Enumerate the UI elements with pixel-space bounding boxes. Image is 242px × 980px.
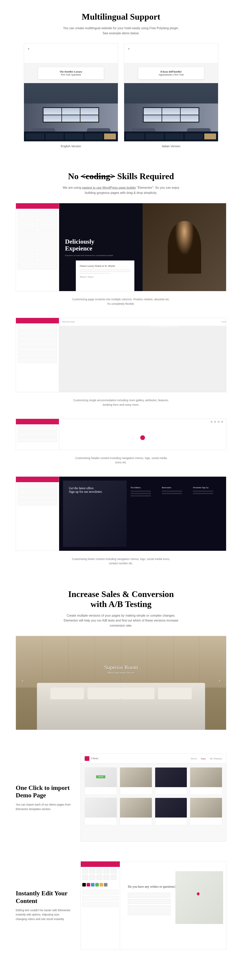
setting-item bbox=[18, 437, 57, 442]
white-card: Finest Luxury Hotels in St. Moritz Manue… bbox=[76, 261, 135, 291]
setting-item bbox=[18, 347, 57, 352]
pillow-icon bbox=[121, 687, 155, 699]
booking-field bbox=[146, 134, 164, 139]
hero-line2: Expeience bbox=[65, 245, 137, 252]
booking-field bbox=[165, 134, 183, 139]
booking-field bbox=[65, 134, 83, 139]
setting-item bbox=[18, 358, 57, 363]
boutique-nav: LUXURY ROOMS DINING SWIMMING CONTACT US bbox=[221, 321, 226, 323]
italian-caption: Italian Version bbox=[124, 145, 218, 148]
text-tools bbox=[81, 867, 120, 881]
social-icon bbox=[214, 421, 216, 423]
block2-caption: Customizing single accommodation includi… bbox=[72, 398, 170, 407]
title-no: No bbox=[68, 172, 81, 181]
multilingual-section: Multilingual Support You can create mult… bbox=[16, 12, 226, 148]
multilingual-title: Multilingual Support bbox=[16, 12, 226, 22]
demo-logo: ◆ bbox=[128, 48, 214, 50]
footer-heading2: Sign up for our newsletter. bbox=[69, 490, 121, 493]
editor-canvas: Do you have any wishes or questions? bbox=[120, 861, 226, 949]
english-caption: English Version bbox=[24, 145, 118, 148]
color-swatch bbox=[95, 883, 99, 886]
widget-item bbox=[38, 251, 57, 259]
demo-title-line1: The Hoteller Luxury bbox=[43, 70, 99, 73]
template-card: INSERT bbox=[85, 767, 117, 795]
hero-line1: Deliciously bbox=[65, 238, 137, 245]
booking-field bbox=[185, 134, 203, 139]
insert-button: INSERT bbox=[96, 775, 106, 778]
elementor-panel bbox=[16, 424, 59, 445]
elementor-sidebar bbox=[16, 318, 59, 392]
elementor-widgets-panel bbox=[16, 209, 59, 272]
setting-item bbox=[82, 889, 118, 894]
tool-button bbox=[82, 869, 88, 873]
instantedit-image: Do you have any wishes or questions? bbox=[80, 861, 226, 950]
boutique-brand: THE BOUTIQUE bbox=[62, 321, 75, 323]
template-card bbox=[155, 767, 187, 795]
setting-item bbox=[18, 325, 57, 330]
pillow-icon bbox=[87, 687, 121, 699]
booking-field bbox=[26, 134, 44, 139]
widget-item bbox=[18, 261, 37, 269]
nocoding-title: No <coding> Skills Required bbox=[16, 171, 226, 181]
block3-caption: Customising header content including nav… bbox=[72, 456, 170, 465]
widget-item bbox=[38, 261, 57, 269]
social-icon bbox=[221, 421, 223, 423]
social-icon bbox=[218, 421, 220, 423]
footer-preview: Get the latest offers Sign up for our ne… bbox=[63, 480, 222, 547]
widget-item bbox=[18, 231, 37, 240]
instantedit-title: Instantly Edit Your Content bbox=[16, 889, 71, 905]
abtest-title-line2: with A/B Testing bbox=[91, 599, 152, 609]
ab-overlay: Superior Room More than meets the eye bbox=[104, 664, 138, 675]
setting-item bbox=[18, 490, 57, 494]
template-card bbox=[85, 798, 117, 825]
block1-caption: Customizing page contents into multiple … bbox=[72, 297, 170, 306]
english-demo-image: ◆ The Hoteller Luxury New York Apartment bbox=[24, 43, 118, 142]
instantedit-text: Instantly Edit Your Content Editing text… bbox=[16, 889, 71, 921]
preview-area: Deliciously Expeience Experience our fin… bbox=[59, 203, 226, 291]
tool-button bbox=[104, 875, 109, 880]
demo-title-line2: Appartamento a New York bbox=[143, 73, 199, 76]
tool-button bbox=[90, 869, 95, 873]
title-coding-strike: <coding> bbox=[81, 172, 115, 181]
widget-item bbox=[18, 251, 37, 259]
widget-item bbox=[18, 221, 37, 229]
elementor-sidebar bbox=[16, 477, 59, 551]
elementor-logo-icon bbox=[85, 756, 90, 761]
color-swatch bbox=[91, 883, 95, 886]
setting-item bbox=[18, 432, 57, 436]
social-icon bbox=[211, 421, 213, 423]
nocoding-section: No <coding> Skills Required We are using… bbox=[16, 171, 226, 565]
multilingual-demos: ◆ The Hoteller Luxury New York Apartment bbox=[16, 43, 226, 148]
english-demo-card: ◆ The Hoteller Luxury New York Apartment bbox=[24, 43, 118, 148]
editor-view: Do you have any wishes or questions? bbox=[81, 861, 226, 949]
abtest-section: Increase Sales & Conversion with A/B Tes… bbox=[16, 589, 226, 730]
header-nav bbox=[72, 433, 213, 442]
booking-field bbox=[126, 134, 144, 139]
demo-header: ◆ bbox=[124, 44, 218, 63]
contact-form bbox=[128, 893, 170, 917]
arrow-left-icon: ‹ bbox=[22, 678, 23, 682]
library-grid: INSERT bbox=[81, 764, 226, 829]
form-field bbox=[128, 893, 170, 897]
abtest-title: Increase Sales & Conversion with A/B Tes… bbox=[16, 589, 226, 609]
setting-item bbox=[82, 896, 118, 900]
card-title: Finest Luxury Hotels in St. Moritz bbox=[80, 264, 130, 268]
contact-heading: Do you have any wishes or questions? bbox=[128, 885, 176, 888]
bed bbox=[37, 683, 205, 730]
map-pin-icon bbox=[196, 892, 200, 896]
template-card bbox=[190, 798, 222, 825]
template-card bbox=[120, 798, 152, 825]
footer-newsletter: Get the latest offers Sign up for our ne… bbox=[63, 480, 127, 547]
oneclick-desc: You can import each of our demo pages fr… bbox=[16, 802, 71, 811]
ab-overlay-line2: More than meets the eye bbox=[104, 671, 138, 675]
room-title: Superior Room bbox=[147, 318, 181, 324]
carousel-arrows: ‹ › bbox=[16, 678, 226, 682]
preview-left: Deliciously Expeience Experience our fin… bbox=[59, 203, 143, 291]
italian-demo-card: ◆ Il lusso dell'hoteller Appartamento a … bbox=[124, 43, 218, 148]
abtest-title-line1: Increase Sales & Conversion bbox=[68, 589, 174, 599]
footer-col: Our Address bbox=[131, 487, 156, 541]
elementor-panel bbox=[16, 482, 59, 508]
pillow-icon bbox=[50, 687, 84, 699]
demo-title-line1: Il lusso dell'hoteller bbox=[143, 70, 199, 73]
footer-col: Newsletter Sign Up bbox=[193, 487, 218, 541]
